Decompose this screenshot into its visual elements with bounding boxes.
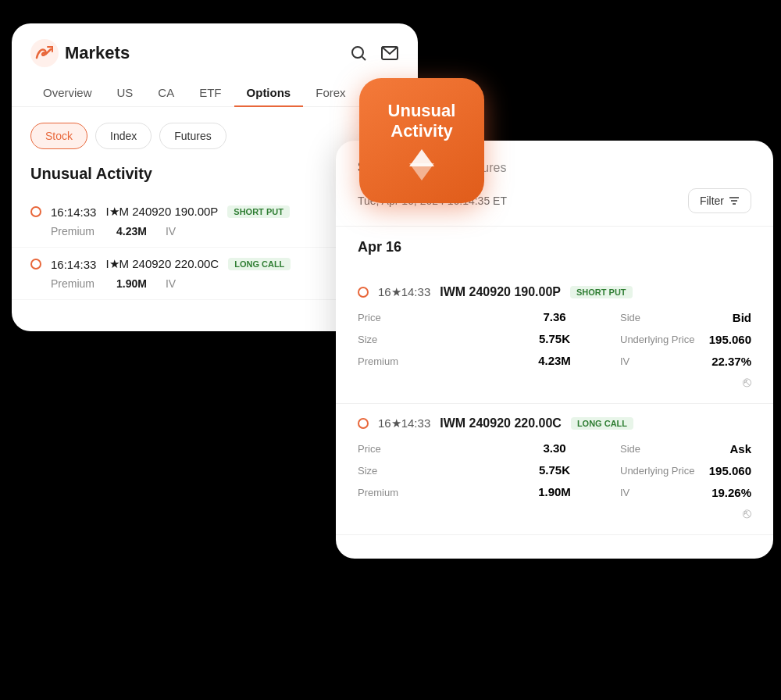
field-size-value: 5.75K <box>489 332 620 346</box>
search-icon[interactable] <box>349 44 368 62</box>
detail-symbol-1: IWM 240920 190.00P <box>440 285 561 299</box>
badge-short-put: SHORT PUT <box>227 205 290 218</box>
date-heading: Apr 16 <box>358 239 751 255</box>
tab-etf[interactable]: ETF <box>187 80 234 107</box>
detail-header-2: 16★14:33 IWM 240920 220.00C LONG CALL <box>358 416 751 430</box>
field-side-row: Side Bid <box>620 310 751 324</box>
iv-label: IV <box>166 225 176 238</box>
field2-iv-row: IV 19.26% <box>620 485 751 499</box>
field2-price-label: Price <box>358 441 489 455</box>
arrows-icon <box>409 149 434 180</box>
detail-grid-2: Price 3.30 Side Ask Size 5.75K Underlyin… <box>358 441 751 499</box>
filter-icon <box>729 195 740 206</box>
filter-label: Filter <box>700 195 724 207</box>
detail-card: Stock Index Futures Tue, Apr 16, 2024 16… <box>336 141 773 559</box>
nav-tabs: Overview US CA ETF Options Forex <box>12 80 418 107</box>
field-underlying-row: Underlying Price 195.060 <box>620 332 751 346</box>
iv-label: IV <box>166 277 176 290</box>
tab-us[interactable]: US <box>105 80 146 107</box>
field-price-label: Price <box>358 310 489 324</box>
field2-premium-value: 1.90M <box>489 485 620 499</box>
activity-symbol: I★M 240920 190.00P <box>105 205 218 219</box>
brand-icon <box>30 39 59 67</box>
tab-options[interactable]: Options <box>234 80 304 107</box>
unusual-badge-text: UnusualActivity <box>388 101 456 142</box>
badge-long-call: LONG CALL <box>228 258 291 270</box>
field-price-value: 7.36 <box>489 310 620 324</box>
arrow-down-icon <box>409 163 434 180</box>
field-premium-value: 4.23M <box>489 354 620 368</box>
unusual-activity-badge[interactable]: UnusualActivity <box>359 78 484 203</box>
detail-activity-1: 16★14:33 IWM 240920 190.00P SHORT PUT Pr… <box>336 273 773 404</box>
field2-price-value: 3.30 <box>489 441 620 455</box>
header-icons <box>349 44 399 62</box>
orange-circle-icon <box>358 418 369 429</box>
detail-grid-1: Price 7.36 Side Bid Size 5.75K Underlyin… <box>358 310 751 368</box>
field-size-label: Size <box>358 332 489 346</box>
badge-short-put-detail: SHORT PUT <box>570 286 633 298</box>
field2-size-value: 5.75K <box>489 463 620 477</box>
field2-side-row: Side Ask <box>620 441 751 455</box>
detail-time-2: 16★14:33 <box>378 416 430 430</box>
orange-circle-icon <box>358 287 369 298</box>
card-header: Markets <box>12 39 418 80</box>
tab-ca[interactable]: CA <box>145 80 187 107</box>
field2-underlying-row: Underlying Price 195.060 <box>620 463 751 477</box>
tab-forex[interactable]: Forex <box>303 80 358 107</box>
premium-label: Premium <box>51 225 95 238</box>
date-section: Apr 16 <box>336 239 773 273</box>
detail-header-1: 16★14:33 IWM 240920 190.00P SHORT PUT <box>358 285 751 299</box>
badge-long-call-detail: LONG CALL <box>571 417 633 430</box>
detail-activity-2: 16★14:33 IWM 240920 220.00C LONG CALL Pr… <box>336 404 773 535</box>
svg-line-2 <box>362 57 366 60</box>
field-premium-label: Premium <box>358 354 489 368</box>
field-iv-row: IV 22.37% <box>620 354 751 368</box>
pill-index[interactable]: Index <box>95 123 152 149</box>
orange-circle-icon <box>30 206 41 217</box>
orange-circle-icon <box>30 259 41 270</box>
app-title: Markets <box>65 43 130 63</box>
premium-label: Premium <box>51 277 95 290</box>
share-icon-row-2: ⎋ <box>358 499 751 522</box>
share-icon[interactable]: ⎋ <box>743 374 751 390</box>
share-icon-row-1: ⎋ <box>358 368 751 391</box>
svg-point-1 <box>352 47 363 58</box>
pill-futures[interactable]: Futures <box>159 123 226 149</box>
detail-symbol-2: IWM 240920 220.00C <box>440 416 562 430</box>
mail-icon[interactable] <box>380 44 399 62</box>
pill-stock[interactable]: Stock <box>30 123 87 149</box>
filter-button[interactable]: Filter <box>688 188 751 213</box>
share-icon[interactable]: ⎋ <box>743 505 751 521</box>
detail-time-1: 16★14:33 <box>378 285 430 299</box>
field2-size-label: Size <box>358 463 489 477</box>
activity-time: 16:14:33 <box>51 205 96 219</box>
brand: Markets <box>30 39 130 67</box>
field2-premium-label: Premium <box>358 485 489 499</box>
tab-overview[interactable]: Overview <box>30 80 105 107</box>
premium-value: 1.90M <box>116 277 147 290</box>
activity-symbol: I★M 240920 220.00C <box>105 257 219 271</box>
activity-time: 16:14:33 <box>51 258 96 271</box>
premium-value: 4.23M <box>116 225 147 238</box>
